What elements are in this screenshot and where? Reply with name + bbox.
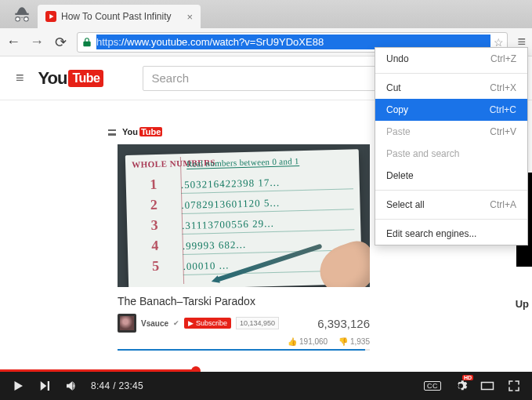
video-meta-row: Vsauce ✔ ▶ Subscribe 10,134,950 6,393,12… [118,314,370,333]
fullscreen-button[interactable] [507,379,521,393]
search-placeholder: Search [151,71,189,85]
svg-point-0 [16,17,19,20]
back-button[interactable]: ← [6,34,20,50]
thumb-header-right: Real numbers between 0 and 1 [186,156,299,169]
ctx-select-all[interactable]: Select allCtrl+A [375,194,527,216]
likes-row: 👍 191,060 👎 1,935 [118,337,370,346]
tab-strip: How To Count Past Infinity × [0,0,532,28]
theater-mode-button[interactable] [480,379,494,393]
like-ratio-bar [118,349,370,351]
dislike-button[interactable]: 👎 1,935 [338,337,370,346]
player-controls: 8:44 / 23:45 CC HD [0,372,532,400]
video-title[interactable]: The Banach–Tarski Paradox [118,295,370,307]
subscriber-count: 10,134,950 [236,317,279,329]
play-button[interactable] [11,379,25,393]
tab-close-icon[interactable]: × [186,12,193,22]
guide-menu-icon[interactable]: ≡ [16,70,24,86]
subscribe-button[interactable]: ▶ Subscribe [184,318,231,329]
volume-button[interactable] [64,379,78,393]
verified-icon: ✔ [173,319,179,327]
svg-point-1 [24,17,27,20]
captions-button[interactable]: CC [424,381,441,391]
tab-title: How To Count Past Infinity [61,11,182,22]
lock-icon [81,36,93,49]
video-card: WHOLE NUMBERS Real numbers between 0 and… [118,144,370,351]
like-button[interactable]: 👍 191,060 [288,337,328,346]
channel-name[interactable]: Vsauce [141,319,168,328]
browser-tab[interactable]: How To Count Past Infinity × [38,5,201,28]
video-thumbnail[interactable]: WHOLE NUMBERS Real numbers between 0 and… [118,144,370,287]
ctx-copy[interactable]: CopyCtrl+C [375,99,527,121]
youtube-favicon-icon [45,11,56,22]
channel-avatar[interactable] [118,314,136,333]
ctx-cut[interactable]: CutCtrl+X [375,77,527,99]
ctx-paste-search[interactable]: Paste and search [375,143,527,165]
view-count: 6,393,126 [317,317,370,330]
context-menu: UndoCtrl+Z CutCtrl+X CopyCtrl+C PasteCtr… [375,47,528,245]
ctx-delete[interactable]: Delete [375,165,527,187]
mini-youtube-logo[interactable]: YouTube [122,127,162,136]
incognito-icon [6,3,38,28]
forward-button[interactable]: → [30,34,44,50]
reload-button[interactable]: ⟳ [53,34,67,51]
time-display: 8:44 / 23:45 [91,380,143,391]
settings-button[interactable]: HD [454,379,468,393]
hd-badge: HD [462,375,473,380]
svg-rect-3 [482,383,494,390]
next-button[interactable] [38,379,52,393]
ctx-paste[interactable]: PasteCtrl+V [375,121,527,143]
up-next-label: Up [516,298,529,310]
ctx-undo[interactable]: UndoCtrl+Z [375,48,527,70]
youtube-logo[interactable]: You Tube [38,68,104,89]
ctx-edit-engines[interactable]: Edit search engines... [375,223,527,245]
mini-guide-icon[interactable] [108,129,116,136]
